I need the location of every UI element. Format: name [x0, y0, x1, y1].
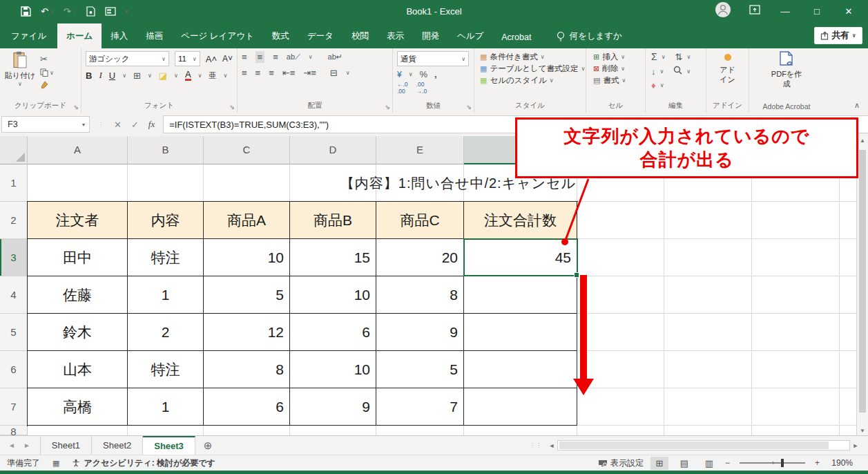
- sheet-tab-sheet2[interactable]: Sheet2: [92, 436, 143, 455]
- percent-icon[interactable]: %: [420, 69, 428, 79]
- table-cell[interactable]: 2: [128, 314, 204, 351]
- table-cell[interactable]: 15: [290, 239, 376, 276]
- format-as-table-button[interactable]: ▦テーブルとして書式設定∨: [477, 63, 586, 75]
- tab-developer[interactable]: 開発: [413, 23, 448, 48]
- table-header-cell[interactable]: 注文者: [28, 202, 128, 239]
- zoom-out-button[interactable]: −: [725, 458, 730, 468]
- decrease-decimal-icon[interactable]: .00→.0: [416, 81, 427, 95]
- wrap-text-icon[interactable]: ab↵: [328, 53, 343, 61]
- column-header-d[interactable]: D: [290, 136, 376, 164]
- collapse-ribbon-icon[interactable]: ∧: [854, 101, 860, 110]
- table-cell[interactable]: 7: [376, 388, 464, 426]
- select-all-corner[interactable]: [0, 136, 28, 164]
- decrease-indent-icon[interactable]: ⇤≡: [282, 68, 295, 78]
- table-cell[interactable]: 12: [204, 314, 290, 351]
- row-header-1[interactable]: 1: [0, 164, 28, 202]
- maximize-button[interactable]: □: [810, 6, 824, 17]
- align-bottom-icon[interactable]: ≡: [273, 52, 278, 62]
- scroll-down-icon[interactable]: ▼: [857, 428, 868, 434]
- table-cell[interactable]: 8: [376, 276, 464, 314]
- borders-icon[interactable]: ⊞: [133, 70, 141, 81]
- format-cells-button[interactable]: ▤書式∨: [590, 75, 645, 86]
- table-cell[interactable]: 9: [376, 314, 464, 351]
- table-cell[interactable]: 山本: [28, 351, 128, 388]
- row-header-8[interactable]: 8: [0, 426, 28, 435]
- copy-button[interactable]: ∨: [39, 68, 55, 77]
- table-cell[interactable]: 1: [128, 276, 204, 314]
- accounting-format-icon[interactable]: ¥: [397, 70, 402, 79]
- column-header-b[interactable]: B: [128, 136, 204, 164]
- phonetic-guide-button[interactable]: 亜: [209, 70, 216, 81]
- scroll-up-icon[interactable]: ▲: [857, 138, 868, 144]
- autosum-icon[interactable]: Σ: [651, 51, 657, 62]
- table-cell[interactable]: 田中: [28, 239, 128, 276]
- increase-font-button[interactable]: A˄: [206, 54, 217, 64]
- ribbon-display-options-button[interactable]: [749, 5, 760, 17]
- minimize-button[interactable]: —: [778, 6, 792, 17]
- tab-view[interactable]: 表示: [378, 23, 413, 48]
- table-cell[interactable]: 5: [204, 276, 290, 314]
- conditional-formatting-button[interactable]: ▦条件付き書式∨: [477, 51, 586, 63]
- tell-me-search[interactable]: 何をしますか: [540, 23, 628, 48]
- table-cell[interactable]: 8: [204, 351, 290, 388]
- confirm-entry-button[interactable]: ✓: [131, 120, 139, 130]
- decrease-font-button[interactable]: A˅: [222, 54, 233, 64]
- font-size-select[interactable]: 11∨: [175, 51, 200, 66]
- fill-down-icon[interactable]: ↓: [651, 66, 656, 77]
- align-center-icon[interactable]: ≡: [255, 68, 261, 78]
- sheet-tab-sheet3-active[interactable]: Sheet3: [143, 436, 195, 455]
- sheet-nav-left-icon[interactable]: ◄: [8, 442, 15, 449]
- page-break-view-icon[interactable]: ▥: [700, 457, 718, 470]
- table-cell[interactable]: 特注: [128, 239, 204, 276]
- create-pdf-button[interactable]: PDFを作成: [749, 51, 824, 88]
- normal-view-icon[interactable]: ⊞: [650, 457, 668, 470]
- table-cell[interactable]: 6: [290, 314, 376, 351]
- row-header-7[interactable]: 7: [0, 388, 28, 426]
- orientation-icon[interactable]: ab⟋: [287, 53, 300, 61]
- cell-styles-button[interactable]: ▦セルのスタイル∨: [477, 75, 586, 86]
- vertical-scrollbar-thumb[interactable]: [859, 150, 866, 413]
- comma-style-icon[interactable]: ,: [434, 69, 437, 79]
- table-cell[interactable]: 5: [376, 351, 464, 388]
- row-header-6[interactable]: 6: [0, 351, 28, 388]
- share-button[interactable]: 共有 ∨: [814, 27, 863, 44]
- dialog-launcher-icon[interactable]: ⇘: [385, 104, 390, 111]
- format-painter-button[interactable]: [39, 80, 55, 90]
- row-header-2[interactable]: 2: [0, 202, 28, 239]
- align-left-icon[interactable]: ≡: [242, 68, 247, 78]
- cut-button[interactable]: ✂: [39, 53, 55, 65]
- scroll-right-icon[interactable]: ►: [850, 442, 861, 449]
- table-header-cell[interactable]: 商品B: [290, 202, 376, 239]
- zoom-slider[interactable]: +: [740, 462, 805, 464]
- table-header-cell[interactable]: 商品C: [376, 202, 464, 239]
- increase-indent-icon[interactable]: ⇥≡: [303, 68, 316, 78]
- merge-center-icon[interactable]: ⊟: [330, 68, 338, 78]
- zoom-slider-thumb[interactable]: [781, 459, 784, 467]
- new-sheet-button[interactable]: ⊕: [195, 436, 221, 455]
- insert-cells-button[interactable]: ⊞挿入∨: [590, 51, 645, 63]
- tab-file[interactable]: ファイル: [0, 23, 57, 48]
- tab-acrobat[interactable]: Acrobat: [492, 26, 540, 48]
- number-format-select[interactable]: 通貨∨: [397, 51, 469, 66]
- dialog-launcher-icon[interactable]: ⇘: [229, 104, 235, 111]
- addins-button[interactable]: アドイン: [706, 51, 749, 84]
- page-layout-view-icon[interactable]: ▤: [675, 457, 693, 470]
- close-button[interactable]: ✕: [842, 6, 856, 17]
- increase-decimal-icon[interactable]: ←.0.00: [397, 81, 408, 95]
- font-color-button[interactable]: A: [185, 70, 191, 81]
- table-cell[interactable]: [464, 388, 577, 426]
- display-settings-button[interactable]: 表示設定: [598, 457, 644, 469]
- table-cell[interactable]: 高橋: [28, 388, 128, 426]
- align-middle-icon[interactable]: ≡: [255, 51, 265, 63]
- macro-record-icon[interactable]: ▦: [52, 459, 59, 468]
- column-header-e[interactable]: E: [376, 136, 464, 164]
- horizontal-scrollbar-thumb[interactable]: [559, 442, 829, 449]
- account-avatar[interactable]: [715, 1, 731, 21]
- row-header-5[interactable]: 5: [0, 314, 28, 351]
- table-cell[interactable]: 20: [376, 239, 464, 276]
- underline-button[interactable]: U: [109, 70, 115, 81]
- name-box[interactable]: F3▾: [1, 116, 90, 133]
- table-cell[interactable]: 6: [204, 388, 290, 426]
- row-header-4[interactable]: 4: [0, 276, 28, 314]
- table-cell[interactable]: 9: [290, 388, 376, 426]
